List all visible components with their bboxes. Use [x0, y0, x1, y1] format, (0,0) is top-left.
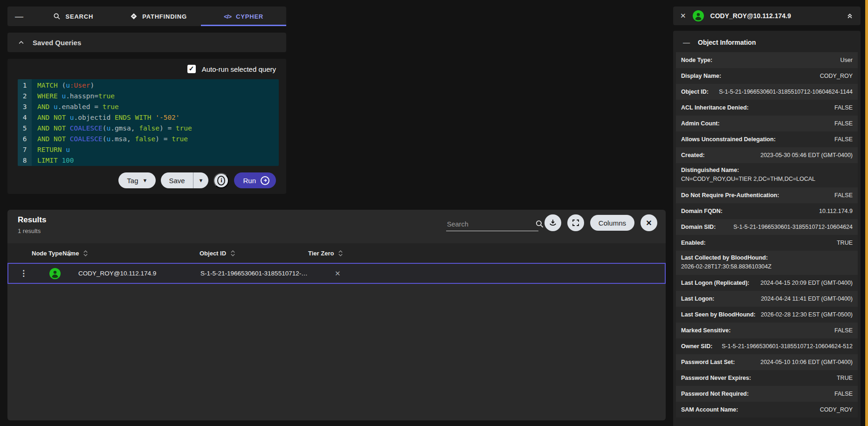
- run-arrow-icon: [261, 176, 269, 185]
- results-search-input[interactable]: [446, 220, 535, 228]
- sort-icon: [338, 250, 343, 257]
- field-label: Last Logon (Replicated):: [681, 280, 750, 286]
- cypher-editor[interactable]: 12345678 MATCH (u:User)WHERE u.hasspn=tr…: [18, 79, 279, 166]
- field-label: Object ID:: [681, 89, 709, 95]
- column-header-tier-zero[interactable]: Tier Zero: [308, 243, 343, 263]
- object-fields: Node Type:UserDisplay Name:CODY_ROYObjec…: [676, 52, 858, 418]
- download-icon: [548, 218, 558, 227]
- field-label: Owner SID:: [681, 343, 712, 350]
- object-field-row: Do Not Require Pre-Authentication:FALSE: [676, 187, 858, 203]
- row-menu-button[interactable]: ⋮: [20, 264, 28, 283]
- saved-queries-title: Saved Queries: [33, 39, 81, 47]
- autorun-toggle[interactable]: Auto-run selected query: [187, 65, 276, 73]
- object-field-row: Node Type:User: [676, 52, 858, 68]
- object-field-row: Password Not Required:FALSE: [676, 386, 858, 402]
- columns-button-label: Columns: [599, 219, 626, 227]
- field-label: Allows Unconstrained Delegation:: [681, 136, 776, 143]
- fullscreen-icon: [572, 219, 580, 227]
- caret-down-icon: ▼: [199, 178, 204, 183]
- results-table-header: Node TypeNameObject IDTier Zero: [7, 243, 666, 263]
- field-label: Domain SID:: [681, 224, 716, 230]
- close-results-button[interactable]: ✕: [641, 214, 657, 231]
- close-node-panel-button[interactable]: ✕: [680, 12, 686, 20]
- results-title: Results: [18, 215, 46, 225]
- code-lines: MATCH (u:User)WHERE u.hasspn=trueAND u.e…: [32, 79, 192, 166]
- tab-search[interactable]: SEARCH: [31, 7, 116, 26]
- field-label: ACL Inheritance Denied:: [681, 104, 749, 111]
- field-label: Node Type:: [681, 57, 712, 63]
- info-icon: i: [217, 176, 225, 186]
- column-header-object-id[interactable]: Object ID: [200, 243, 235, 263]
- field-label: Password Not Required:: [681, 391, 749, 397]
- object-field-row: Marked Sensitive:FALSE: [676, 323, 858, 338]
- object-field-row: ACL Inheritance Denied:FALSE: [676, 100, 858, 116]
- tab-pathfinding[interactable]: PATHFINDING: [116, 7, 201, 26]
- collapse-all-button[interactable]: [846, 12, 854, 20]
- field-label: Created:: [681, 152, 705, 158]
- tag-button[interactable]: Tag ▼: [118, 172, 156, 188]
- results-search-field[interactable]: [446, 214, 538, 231]
- column-header-label: Tier Zero: [308, 250, 334, 257]
- user-icon: [49, 264, 61, 283]
- expand-results-button[interactable]: [567, 214, 584, 231]
- saved-queries-bar[interactable]: Saved Queries: [7, 33, 286, 52]
- object-field-row: Password Last Set:2024-05-10 10:06 EDT (…: [676, 354, 858, 370]
- object-information-header[interactable]: — Object Information: [673, 31, 861, 52]
- field-value: FALSE: [831, 120, 853, 127]
- close-icon: ✕: [646, 219, 652, 227]
- field-value: 2024-05-10 10:06 EDT (GMT-0400): [757, 359, 853, 365]
- scroll-edge-bar[interactable]: [865, 0, 868, 426]
- info-button[interactable]: i: [214, 173, 229, 188]
- object-field-row: Display Name:CODY_ROY: [676, 68, 858, 84]
- columns-button[interactable]: Columns: [590, 215, 634, 231]
- field-value: FALSE: [831, 327, 853, 334]
- object-field-row: Last Seen by BloodHound:2026-02-28 12:30…: [676, 307, 858, 323]
- column-header-label: Node Type: [32, 250, 62, 257]
- object-information-title: Object Information: [698, 39, 756, 46]
- column-header-label: Object ID: [200, 250, 226, 257]
- object-field-row: Distinguished Name:CN=CODY_ROY,OU=TIER 2…: [676, 163, 858, 187]
- field-value: S-1-5-21-1966530601-3185510712-10604624: [730, 224, 853, 230]
- tab-bar: — SEARCH PATHFINDING </> CYPHER: [7, 7, 286, 26]
- field-value: 2024-04-15 20:09 EDT (GMT-0400): [757, 280, 853, 286]
- field-value: TRUE: [833, 375, 853, 381]
- field-value: FALSE: [831, 391, 853, 397]
- object-field-row: Domain FQDN:10.112.174.9: [676, 203, 858, 219]
- run-button-label: Run: [243, 177, 256, 185]
- run-button[interactable]: Run: [234, 172, 276, 188]
- field-label: Enabled:: [681, 240, 706, 246]
- column-header-name[interactable]: Name: [62, 243, 88, 263]
- row-object-id: S-1-5-21-1966530601-3185510712-…: [200, 264, 308, 283]
- tab-search-label: SEARCH: [65, 13, 93, 20]
- code-icon: </>: [224, 13, 231, 20]
- autorun-label: Auto-run selected query: [202, 65, 276, 73]
- tab-cypher[interactable]: </> CYPHER: [201, 7, 286, 26]
- field-value: S-1-5-21-1966530601-3185510712-10604624-…: [718, 343, 853, 350]
- field-label: Display Name:: [681, 73, 721, 79]
- row-name: CODY_ROY@10.112.174.9: [78, 264, 156, 283]
- object-information-panel: — Object Information Node Type:UserDispl…: [673, 31, 861, 426]
- save-button[interactable]: Save: [161, 172, 193, 188]
- results-panel: Results 1 results Columns: [7, 210, 666, 420]
- tab-cypher-label: CYPHER: [236, 13, 263, 20]
- download-results-button[interactable]: [544, 214, 561, 231]
- results-table-row[interactable]: ⋮ CODY_ROY@10.112.174.9 S-1-5-21-1966530…: [7, 263, 666, 284]
- field-label: Marked Sensitive:: [681, 327, 730, 334]
- object-field-row: Object ID:S-1-5-21-1966530601-3185510712…: [676, 84, 858, 100]
- object-field-row: Owner SID:S-1-5-21-1966530601-3185510712…: [676, 338, 858, 354]
- object-field-row: Last Logon:2024-04-24 11:41 EDT (GMT-040…: [676, 291, 858, 307]
- field-value: 2026-02-28 12:30 EST (GMT-0500): [757, 311, 853, 318]
- object-field-row: Admin Count:FALSE: [676, 116, 858, 131]
- field-value: FALSE: [831, 192, 853, 199]
- double-chevron-up-icon: [846, 12, 854, 20]
- sort-icon: [83, 250, 88, 257]
- user-icon: [693, 10, 704, 21]
- collapse-section-icon: —: [683, 38, 690, 46]
- save-dropdown-button[interactable]: ▼: [193, 172, 209, 188]
- results-count: 1 results: [18, 227, 41, 234]
- field-label: Domain FQDN:: [681, 208, 723, 214]
- minimize-panel-button[interactable]: —: [7, 7, 31, 26]
- column-header-label: Name: [62, 250, 79, 257]
- autorun-checkbox[interactable]: [187, 65, 196, 73]
- object-field-row: Last Collected by BloodHound:2026-02-28T…: [676, 251, 858, 275]
